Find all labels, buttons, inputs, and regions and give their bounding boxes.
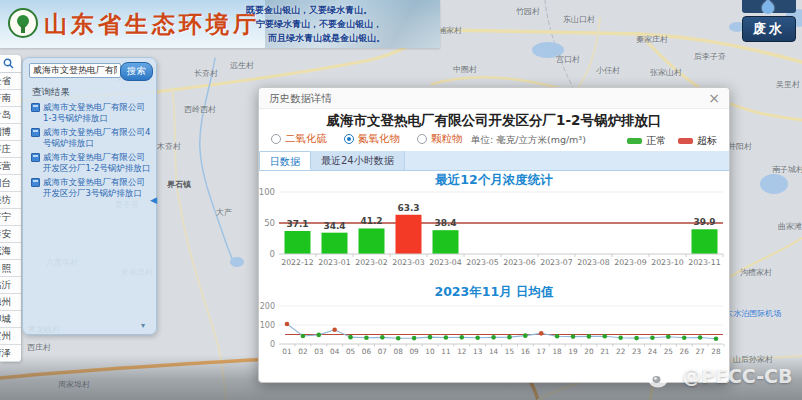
map-place-label: 宫口村 (556, 54, 580, 65)
outlet-title: 威海市文登热电厂有限公司开发区分厂1-2号锅炉排放口 (259, 112, 729, 130)
line-chart-container: 0100200010203040506070809101112131415161… (259, 300, 731, 366)
legend-item: 正常 (627, 134, 666, 148)
pollutant-radio-option[interactable]: 颗粒物 (417, 132, 463, 146)
result-item-label: 威海市文登热电厂有限公司1-3号锅炉排放口 (43, 102, 151, 123)
city-search-tile[interactable] (0, 55, 21, 73)
result-item-label: 威海市文登热电厂有限公司开发区分厂3号锅炉排放口 (43, 177, 151, 198)
line-chart-title: 2023年11月 日均值 (259, 284, 729, 301)
slogan-line: 宁要绿水青山，不要金山银山， (246, 17, 434, 31)
svg-text:06: 06 (362, 347, 372, 356)
city-filter-item[interactable]: 东营 (0, 158, 21, 175)
city-filter-item[interactable]: 淄博 (0, 124, 21, 141)
map-place-label: 张家山村 (650, 67, 682, 78)
map-place-label: 界石镇 (167, 179, 191, 190)
city-filter-item[interactable]: 青岛 (0, 107, 21, 124)
svg-text:2023-02: 2023-02 (355, 258, 388, 267)
svg-text:200: 200 (260, 302, 275, 311)
svg-text:23: 23 (632, 347, 642, 356)
city-filter-item[interactable]: 潍坊 (0, 192, 21, 209)
water-drop-icon (760, 0, 777, 16)
watermark-text: @PECC-CB (682, 365, 793, 387)
svg-text:2023-08: 2023-08 (577, 258, 610, 267)
search-result-item[interactable]: 威海市文登热电厂有限公司开发区分厂3号锅炉排放口 (31, 177, 151, 198)
svg-text:25: 25 (664, 347, 673, 356)
search-result-item[interactable]: 威海市文登热电厂有限公司1-3号锅炉排放口 (31, 102, 151, 123)
svg-text:02: 02 (298, 347, 307, 356)
city-filter-item[interactable]: 德州 (0, 294, 21, 311)
layer-tab[interactable] (742, 0, 796, 13)
map-place-label: 西岭西村 (184, 104, 216, 115)
city-filter-item[interactable]: 济宁 (0, 209, 21, 226)
result-item-icon (31, 178, 40, 187)
city-filter-item[interactable]: 日照 (0, 260, 21, 277)
svg-text:13: 13 (473, 347, 483, 356)
city-filter-item[interactable]: 泰安 (0, 226, 21, 243)
svg-text:04: 04 (330, 347, 340, 356)
svg-text:50: 50 (264, 218, 275, 228)
agency-name: 山东省生态环境厅 (44, 9, 260, 40)
legend-label: 正常 (646, 134, 666, 148)
search-result-item[interactable]: 威海市文登热电厂有限公司4号锅炉排放口 (31, 127, 151, 148)
legend-label: 超标 (697, 134, 717, 148)
map-place-label: 西庄村 (27, 342, 51, 353)
results-scroll-arrow[interactable]: ▾ (141, 321, 145, 330)
tab-inactive[interactable]: 最近24小时数据 (311, 151, 405, 170)
data-tabs: 日数据最近24小时数据 (259, 151, 729, 171)
svg-text:03: 03 (314, 347, 324, 356)
city-filter-item[interactable]: 烟台 (0, 175, 21, 192)
search-result-item[interactable]: 威海市文登热电厂有限公司开发区分厂1-2号锅炉排放口 (31, 152, 151, 173)
svg-text:10: 10 (425, 347, 435, 356)
map-place-label: 小任村 (596, 65, 620, 76)
map-place-label: 吴里村 (776, 79, 800, 90)
search-button[interactable]: 搜索 (120, 62, 153, 81)
results-list: 威海市文登热电厂有限公司1-3号锅炉排放口威海市文登热电厂有限公司4号锅炉排放口… (31, 102, 151, 202)
results-title: 查询结果 (32, 86, 70, 99)
legend-swatch (678, 138, 693, 144)
svg-text:12: 12 (457, 347, 466, 356)
panel-collapse-arrow[interactable]: ◀ (150, 195, 157, 205)
agency-logo-icon (8, 8, 38, 38)
result-item-icon (31, 128, 40, 137)
city-filter-item[interactable]: 济南 (0, 90, 21, 107)
city-filter-item[interactable]: 威海 (0, 243, 21, 260)
result-item-label: 威海市文登热电厂有限公司4号锅炉排放口 (43, 127, 151, 148)
city-filter-item[interactable]: 菏泽 (0, 345, 21, 362)
svg-text:2023-09: 2023-09 (614, 258, 647, 267)
result-item-icon (31, 103, 40, 112)
map-place-label: 木夼村 (157, 141, 181, 152)
layer-switcher: 废水 (742, 0, 796, 42)
city-filter-item[interactable]: 枣庄 (0, 141, 21, 158)
bar-chart: 0501002022-1237.12023-0134.42023-0241.22… (259, 186, 731, 272)
search-input[interactable] (29, 63, 121, 78)
svg-text:28: 28 (711, 347, 721, 356)
history-data-modal: 历史数据详情 × 威海市文登热电厂有限公司开发区分厂1-2号锅炉排放口 二氧化硫… (258, 87, 730, 383)
city-filter-item[interactable]: 滨州 (0, 328, 21, 345)
svg-text:08: 08 (394, 347, 404, 356)
svg-text:05: 05 (346, 347, 355, 356)
pollutant-label: 颗粒物 (431, 132, 463, 146)
city-filter-item[interactable]: 临沂 (0, 277, 21, 294)
close-icon[interactable]: × (708, 90, 720, 106)
radio-circle-icon (271, 134, 281, 144)
svg-text:19: 19 (568, 347, 578, 356)
bar-chart-container: 0501002022-1237.12023-0134.42023-0241.22… (259, 186, 731, 276)
map-place-label: 远生村 (230, 60, 254, 71)
map-place-label: 中圈村 (453, 64, 477, 75)
legend-swatch (627, 138, 642, 144)
pollutant-radio-option[interactable]: 二氧化硫 (271, 132, 327, 146)
app-root: 头甲村长夼村远生村西岭西村木夼村界石镇姜子夼大产六度寺村宋家庄村黄龙岘村西庄村周… (0, 0, 802, 400)
svg-text:2023-06: 2023-06 (503, 258, 536, 267)
pollutant-radio-selected[interactable]: 氮氧化物 (344, 132, 400, 146)
result-item-label: 威海市文登热电厂有限公司开发区分厂1-2号锅炉排放口 (43, 152, 151, 173)
pollutant-label: 氮氧化物 (358, 132, 400, 146)
tab-active[interactable]: 日数据 (259, 151, 311, 170)
svg-text:0: 0 (270, 340, 275, 349)
svg-text:21: 21 (600, 347, 609, 356)
slogan-line: 既要金山银山，又要绿水青山。 (246, 3, 434, 17)
wastewater-layer-button[interactable]: 废水 (742, 16, 796, 42)
svg-text:63.3: 63.3 (397, 203, 419, 213)
city-filter-item[interactable]: 全省 (0, 73, 21, 90)
city-filter-item[interactable]: 聊城 (0, 311, 21, 328)
svg-text:27: 27 (695, 347, 705, 356)
map-place-label: 东山口村 (563, 14, 595, 25)
